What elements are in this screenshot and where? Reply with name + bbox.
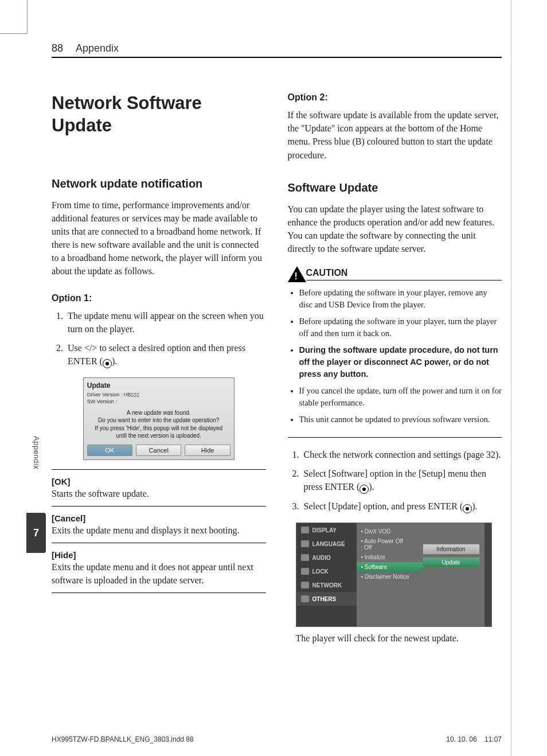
menu-row: • Auto Power Off : Off — [361, 536, 418, 552]
network-icon — [301, 582, 309, 589]
chapter-tab: 7 — [26, 513, 46, 553]
crop-mark-v — [27, 0, 28, 33]
menu-item: LANGUAGE — [296, 537, 357, 551]
menu-scrollbar — [485, 523, 491, 626]
def-body: Exits the update menu and it does not ap… — [52, 561, 266, 587]
step-text: Select [Software] option in the [Setup] … — [304, 469, 487, 492]
dialog-hide-button: Hide — [185, 445, 230, 456]
def-body: Exits the update menu and displays it ne… — [52, 524, 266, 537]
menu-item: DISPLAY — [296, 523, 357, 537]
def-body: Starts the software update. — [52, 488, 266, 500]
divider — [52, 506, 266, 506]
menu-item: NETWORK — [296, 578, 357, 592]
enter-icon — [103, 359, 112, 368]
menu-row: • Disclaimer Notice — [361, 572, 418, 582]
dialog-meta: Driver Version : HB▯▯▯ — [87, 392, 230, 399]
caution-item-strong: During the software update procedure, do… — [299, 344, 502, 380]
update-steps: Check the network connection and setting… — [288, 448, 502, 513]
caution-item: This unit cannot be updated to previous … — [299, 414, 502, 426]
step-text: The update menu will appear on the scree… — [68, 311, 264, 334]
option2-heading: Option 2: — [288, 92, 502, 103]
divider — [52, 593, 266, 593]
section-name: Appendix — [76, 42, 119, 54]
display-icon — [301, 527, 309, 533]
menu-row: • Initialize — [361, 552, 418, 562]
submenu-button: Information — [423, 544, 480, 555]
page-title: Network Software Update — [52, 92, 266, 137]
footer-file: HX995TZW-FD.BPANLLK_ENG_3803.indd 88 — [52, 735, 194, 743]
footer-time: 11:07 — [485, 735, 502, 743]
caution-item: Before updating the software in your pla… — [299, 315, 502, 340]
menu-item-selected: OTHERS — [296, 592, 357, 606]
menu-caption: The player will check for the newest upd… — [296, 632, 502, 645]
menu-row: • DivX VOD — [361, 527, 418, 536]
caution-item: If you cancel the update, turn off the p… — [299, 385, 502, 409]
dialog-ok-button: OK — [87, 445, 132, 456]
option1-steps: The update menu will appear on the scree… — [52, 309, 266, 369]
side-section-label: Appendix — [32, 436, 41, 469]
step-text: Select [Update] option, and press ENTER … — [304, 501, 463, 511]
dialog-message: A new update was found. Do you want to e… — [87, 409, 230, 440]
caution-list: Before updating the software in your pla… — [288, 287, 502, 438]
menu-right-pane: Information Update — [423, 523, 485, 626]
intro-paragraph: From time to time, performance improveme… — [52, 198, 266, 278]
option2-paragraph: If the software update is available from… — [288, 108, 502, 162]
dialog-cancel-button: Cancel — [136, 445, 181, 456]
language-icon — [301, 540, 309, 547]
dialog-meta: SW Version : — [87, 399, 230, 406]
step-text: Check the network connection and setting… — [304, 450, 501, 459]
software-update-paragraph: You can update the player using the late… — [288, 202, 502, 256]
def-term: [Cancel] — [52, 513, 266, 523]
option1-heading: Option 1: — [52, 293, 266, 303]
lock-icon — [301, 568, 309, 575]
update-dialog-illustration: Update Driver Version : HB▯▯▯ SW Version… — [83, 377, 235, 459]
divider — [52, 543, 266, 543]
menu-item: AUDIO — [296, 551, 357, 564]
def-term: [OK] — [52, 477, 266, 486]
page-number: 88 — [52, 42, 63, 54]
caution-header: ! CAUTION — [288, 266, 502, 282]
caution-label: CAUTION — [306, 268, 502, 280]
enter-icon — [463, 504, 472, 513]
step-text: Use </> to select a desired option and t… — [68, 343, 245, 366]
menu-row-selected: • Software — [357, 562, 423, 572]
running-header: 88 Appendix — [52, 42, 502, 58]
print-footer: HX995TZW-FD.BPANLLK_ENG_3803.indd 88 10.… — [52, 735, 502, 743]
divider — [52, 469, 266, 470]
right-page-rule — [511, 0, 511, 756]
submenu-button-selected: Update — [423, 557, 480, 568]
left-column: Network Software Update Network update n… — [52, 92, 266, 653]
dialog-title: Update — [87, 381, 230, 389]
subheading-notification: Network update notification — [52, 177, 266, 190]
audio-icon — [301, 554, 309, 561]
menu-item: LOCK — [296, 564, 357, 578]
def-term: [Hide] — [52, 550, 266, 560]
menu-mid-pane: • DivX VOD • Auto Power Off : Off • Init… — [357, 523, 423, 626]
setup-menu-illustration: DISPLAY LANGUAGE AUDIO LOCK NETWORK OTHE… — [296, 523, 492, 627]
others-icon — [301, 595, 309, 602]
caution-icon: ! — [288, 266, 306, 282]
enter-icon — [360, 485, 369, 494]
right-column: Option 2: If the software update is avai… — [288, 92, 502, 653]
crop-mark-h — [0, 33, 28, 34]
caution-item: Before updating the software in your pla… — [299, 287, 502, 311]
footer-date: 10. 10. 06 — [446, 735, 476, 743]
menu-left-pane: DISPLAY LANGUAGE AUDIO LOCK NETWORK OTHE… — [296, 523, 357, 626]
subheading-software-update: Software Update — [288, 181, 502, 194]
